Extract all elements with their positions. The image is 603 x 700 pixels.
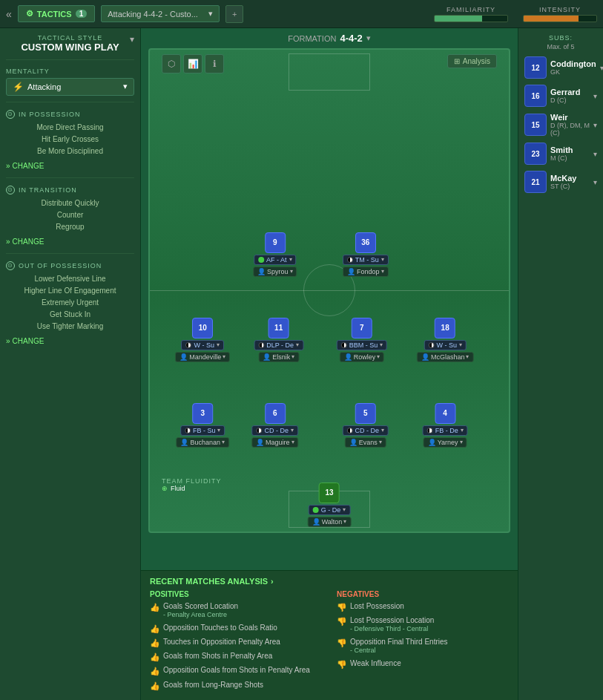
sub-pos-1: GK (550, 68, 596, 76)
positive-item-4: 👍 Goals from Shots in Penalty Area (150, 651, 322, 662)
out-of-possession-change-button[interactable]: » CHANGE (6, 336, 44, 347)
lcb-name-badge[interactable]: 👤 Maguire ▾ (251, 437, 299, 448)
chevron-right-icon: » (6, 337, 10, 345)
sub-name-5: McKay (550, 174, 590, 183)
analysis-arrow-icon: › (271, 577, 274, 586)
in-transition-change-button[interactable]: » CHANGE (6, 236, 44, 247)
rb-role-badge[interactable]: FB - De ▾ (423, 425, 468, 436)
collapse-button[interactable]: « (6, 8, 12, 20)
gk-shirt[interactable]: 13 (319, 483, 340, 503)
sub-dropdown-4[interactable]: ▾ (593, 150, 597, 158)
rcm-name-badge[interactable]: 👤 Rowley ▾ (340, 352, 385, 362)
sub-shirt-2[interactable]: 16 (524, 85, 547, 107)
analysis-title[interactable]: RECENT MATCHES ANALYSIS › (150, 577, 509, 586)
mentality-header: MENTALITY (6, 68, 134, 75)
analysis-grid-icon: ⊞ (454, 57, 460, 65)
lcm-shirt[interactable]: 11 (268, 318, 289, 338)
pitch-area: ⬡ 📊 ℹ ⊞ Analysis 13 G - De ▾ (141, 48, 518, 570)
sub-player-2: 16 Gerrard D (C) ▾ (524, 85, 597, 107)
in-possession-change-button[interactable]: » CHANGE (6, 160, 44, 171)
team-fluidity-label: TEAM FLUIDITY (162, 477, 222, 485)
thumb-down-icon-2: 👎 (337, 616, 347, 627)
lb-name-badge[interactable]: 👤 Buchanan ▾ (176, 437, 229, 448)
in-transition-header: ⊙ IN TRANSITION (6, 186, 134, 194)
lm-shirt[interactable]: 10 (192, 318, 213, 338)
sub-dropdown-2[interactable]: ▾ (593, 92, 597, 100)
in-transition-label: IN TRANSITION (19, 186, 77, 194)
gk-role-badge[interactable]: G - De ▾ (309, 505, 351, 515)
lm-role-badge[interactable]: W - Su ▾ (181, 340, 224, 350)
sub-shirt-3[interactable]: 15 (524, 114, 547, 136)
rm-role-badge[interactable]: W - Su ▾ (424, 340, 467, 350)
rm-shirt[interactable]: 18 (435, 318, 455, 338)
pitch-controls: ⬡ 📊 ℹ (162, 54, 224, 73)
stats-view-button[interactable]: 📊 (183, 54, 202, 73)
rm-name-badge[interactable]: 👤 McGlashan ▾ (417, 352, 474, 362)
lcm-role-badge[interactable]: DLP - De ▾ (254, 340, 303, 350)
rfw-role-badge[interactable]: TM - Su ▾ (343, 255, 389, 265)
person-icon: 👤 (312, 518, 320, 526)
in-possession-content: More Direct Passing Hit Early Crosses Be… (6, 122, 134, 157)
sub-dropdown-5[interactable]: ▾ (593, 178, 597, 186)
analysis-button[interactable]: ⊞ Analysis (447, 54, 497, 68)
lm-name-badge[interactable]: 👤 Mandeville ▾ (175, 352, 230, 362)
rb-shirt[interactable]: 4 (435, 403, 455, 424)
lcb-shirt[interactable]: 6 (265, 403, 286, 424)
intensity-fill (524, 16, 579, 22)
tactics-tab[interactable]: ⚙ TACTICS 1 (18, 5, 95, 22)
formation-value: 4-4-2 (340, 33, 362, 44)
analysis-btn-label: Analysis (463, 57, 490, 65)
rcb-shirt[interactable]: 5 (355, 403, 376, 424)
tactics-tab-label: TACTICS (37, 10, 72, 19)
familiarity-bar: FAMILIARITY (434, 6, 508, 22)
info-button[interactable]: ℹ (205, 54, 224, 73)
formation-dropdown-icon[interactable]: ▾ (366, 33, 371, 43)
rb-role-icon (427, 428, 433, 434)
lfw-role-badge[interactable]: AF - At ▾ (254, 255, 297, 265)
gk-role-icon (313, 507, 319, 513)
sub-shirt-4[interactable]: 23 (524, 143, 547, 165)
person-icon: 👤 (179, 353, 188, 361)
lb-shirt[interactable]: 3 (192, 403, 213, 424)
pitch-lines: ⬡ 📊 ℹ ⊞ Analysis 13 G - De ▾ (148, 48, 510, 533)
sub-name-4: Smith (550, 145, 590, 154)
view-toggle-button[interactable]: ⬡ (162, 54, 181, 73)
rb-name-badge[interactable]: 👤 Yarney ▾ (424, 437, 467, 448)
positive-item-6: 👍 Goals from Long-Range Shots (150, 680, 322, 691)
sub-shirt-1[interactable]: 12 (524, 56, 547, 79)
rcb-name-badge[interactable]: 👤 Evans ▾ (345, 437, 386, 448)
rcm-shirt[interactable]: 7 (352, 318, 372, 338)
intensity-track (523, 15, 597, 22)
formation-label: FORMATION (288, 34, 336, 43)
negatives-column: NEGATIVES 👎 Lost Possession 👎 Lost Posse… (337, 590, 509, 694)
player-rfw: 36 TM - Su ▾ 👤 Fondop ▾ (343, 232, 389, 277)
sub-dropdown-1[interactable]: ▾ (600, 64, 603, 72)
rfw-shirt[interactable]: 36 (355, 232, 376, 253)
formation-bar: FORMATION 4-4-2 ▾ (141, 28, 518, 48)
tactical-style-dropdown[interactable]: ▾ (130, 34, 134, 45)
add-tab-button[interactable]: + (225, 5, 243, 23)
rcm-role-icon (341, 342, 347, 348)
player-lcb: 6 CD - De ▾ 👤 Maguire ▾ (251, 403, 299, 448)
lcm-name-badge[interactable]: 👤 Elsnik ▾ (258, 352, 299, 362)
main-layout: TACTICAL STYLE CUSTOM WING PLAY ▾ MENTAL… (0, 28, 603, 700)
sub-dropdown-3[interactable]: ▾ (593, 121, 597, 129)
gk-name-badge[interactable]: 👤 Walton ▾ (308, 517, 352, 527)
lfw-name-badge[interactable]: 👤 Spyrou ▾ (253, 266, 297, 277)
lfw-shirt[interactable]: 9 (265, 232, 286, 253)
lcb-role-badge[interactable]: CD - De ▾ (252, 425, 299, 436)
lcb-role-icon (257, 428, 263, 434)
lb-role-badge[interactable]: FB - Su ▾ (180, 425, 225, 436)
sub-pos-2: D (C) (550, 97, 590, 104)
rcb-role-badge[interactable]: CD - De ▾ (343, 425, 389, 436)
sub-name-1: Coddington (550, 59, 596, 68)
person-icon: 👤 (263, 353, 271, 361)
sub-name-2: Gerrard (550, 88, 590, 97)
positive-item-3: 👍 Touches in Opposition Penalty Area (150, 637, 322, 648)
rcm-role-badge[interactable]: BBM - Su ▾ (337, 340, 388, 350)
oop-item-3: Extremely Urgent (6, 297, 134, 309)
mentality-dropdown[interactable]: ⚡ Attacking ▾ (6, 78, 134, 96)
sub-shirt-5[interactable]: 21 (524, 171, 547, 193)
tactic-name-dropdown[interactable]: Attacking 4-4-2 - Custo... ▾ (101, 5, 220, 22)
rfw-name-badge[interactable]: 👤 Fondop ▾ (343, 266, 389, 277)
